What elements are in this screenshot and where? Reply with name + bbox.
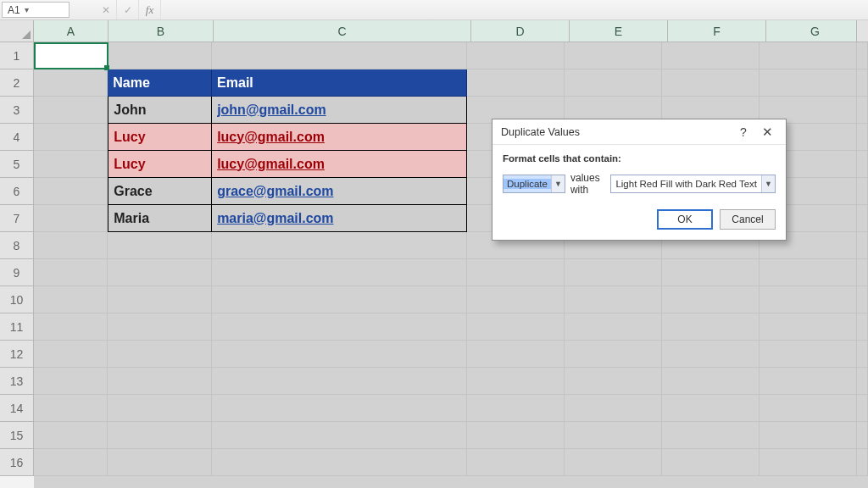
column-header-F[interactable]: F [668,20,766,42]
row-header-8[interactable]: 8 [0,232,34,259]
row-header-1[interactable]: 1 [0,42,34,69]
row-header-6[interactable]: 6 [0,178,34,205]
row-header-16[interactable]: 16 [0,449,34,476]
formula-accept-icon: ✓ [117,0,139,19]
worksheet-grid: A B C D E F G 1 2 3 4 5 6 7 8 9 10 11 12… [0,20,868,488]
cell-C6[interactable]: grace@gmail.com [212,178,467,205]
row-header-3[interactable]: 3 [0,97,34,124]
cell-B1[interactable] [108,42,212,69]
column-header-A[interactable]: A [34,20,108,42]
email-link[interactable]: grace@gmail.com [217,184,333,199]
email-link[interactable]: lucy@gmail.com [217,130,325,145]
cell-C1[interactable] [212,42,467,69]
email-link[interactable]: maria@gmail.com [217,211,333,226]
column-header-B[interactable]: B [108,20,214,42]
chevron-down-icon: ▼ [761,175,775,192]
cell-F1[interactable] [662,42,760,69]
cell-B4[interactable]: Lucy [108,124,212,151]
dialog-label: Format cells that contain: [503,153,776,164]
row-header-10[interactable]: 10 [0,286,34,313]
column-header-D[interactable]: D [471,20,570,42]
fx-icon[interactable]: fx [139,0,161,19]
cell-B7[interactable]: Maria [108,205,212,232]
formula-input[interactable] [164,2,865,18]
values-with-text: values with [570,172,605,196]
dialog-help-button[interactable]: ? [732,123,755,141]
name-box[interactable]: A1 ▾ [2,2,70,18]
cell-A1[interactable] [34,42,108,69]
cells-area[interactable]: Name Email John john@gmail.com Lucy lucy… [34,42,868,488]
cell-C7[interactable]: maria@gmail.com [212,205,467,232]
row-header-7[interactable]: 7 [0,205,34,232]
cell-C5[interactable]: lucy@gmail.com [212,151,467,178]
name-box-value: A1 [8,4,20,16]
name-box-dropdown-icon[interactable]: ▾ [20,5,34,14]
row-header-2[interactable]: 2 [0,69,34,97]
cancel-button[interactable]: Cancel [720,209,776,230]
dialog-title-bar[interactable]: Duplicate Values ? ✕ [492,119,786,145]
cell-B3[interactable]: John [108,97,212,124]
formula-bar: A1 ▾ ✕ ✓ fx [0,0,868,20]
cell-C4[interactable]: lucy@gmail.com [212,124,467,151]
column-header-C[interactable]: C [214,20,471,42]
cell-A2[interactable] [34,69,108,97]
cell-C3[interactable]: john@gmail.com [212,97,467,124]
cell-B2[interactable]: Name [108,69,212,97]
excel-window: { "name_box": "A1", "fx_label": "fx", "c… [0,0,868,488]
duplicate-values-dialog: Duplicate Values ? ✕ Format cells that c… [492,119,787,241]
cell-B6[interactable]: Grace [108,178,212,205]
ok-button[interactable]: OK [657,209,713,230]
email-link[interactable]: lucy@gmail.com [217,157,325,172]
formula-cancel-icon: ✕ [95,0,117,19]
format-style-dropdown[interactable]: Light Red Fill with Dark Red Text ▼ [610,175,776,193]
cell-B5[interactable]: Lucy [108,151,212,178]
column-header-edge [856,20,868,42]
row-header-13[interactable]: 13 [0,368,34,395]
email-link[interactable]: john@gmail.com [217,103,326,118]
format-style-value: Light Red Fill with Dark Red Text [611,179,761,189]
dialog-title: Duplicate Values [501,126,732,138]
row-header-4[interactable]: 4 [0,124,34,151]
cell-C2[interactable]: Email [212,69,467,97]
row-header-14[interactable]: 14 [0,395,34,422]
duplicate-type-value: Duplicate [504,179,551,189]
column-header-E[interactable]: E [570,20,668,42]
column-header-G[interactable]: G [766,20,865,42]
duplicate-type-dropdown[interactable]: Duplicate ▼ [503,175,565,193]
cell-G1[interactable] [760,42,857,69]
select-all-triangle[interactable] [0,20,34,42]
row-headers: 1 2 3 4 5 6 7 8 9 10 11 12 13 14 15 16 [0,42,34,476]
row-header-11[interactable]: 11 [0,313,34,341]
chevron-down-icon: ▼ [551,175,565,192]
row-header-5[interactable]: 5 [0,151,34,178]
column-headers: A B C D E F G [34,20,865,42]
cell-D1[interactable] [467,42,565,69]
dialog-close-button[interactable]: ✕ [755,123,779,141]
cell-E1[interactable] [565,42,662,69]
row-header-15[interactable]: 15 [0,422,34,449]
row-header-9[interactable]: 9 [0,259,34,286]
row-header-12[interactable]: 12 [0,341,34,368]
